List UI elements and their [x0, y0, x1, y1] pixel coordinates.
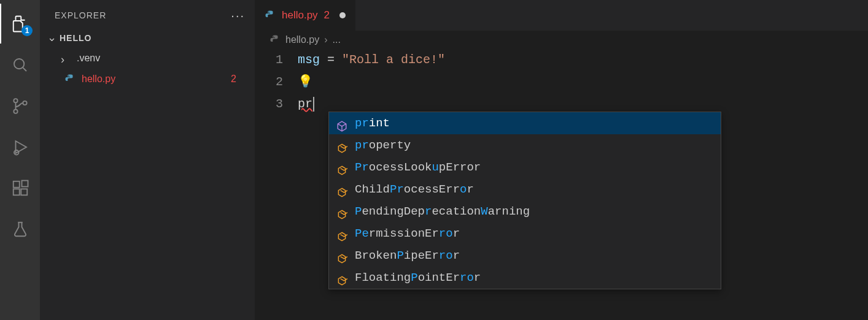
- class-icon: [336, 228, 347, 239]
- autocomplete-popup: printpropertyProcessLookupErrorChildProc…: [328, 112, 721, 289]
- class-icon: [336, 206, 347, 217]
- code-line-1: msg = "Roll a dice!": [298, 49, 868, 71]
- line-number-gutter: 1 2 3: [261, 49, 298, 115]
- folder-name: HELLO: [60, 33, 91, 43]
- svg-point-1: [14, 99, 17, 102]
- sidebar-more-icon[interactable]: ···: [231, 9, 245, 23]
- tab-label: hello.py: [282, 9, 318, 21]
- extensions-icon[interactable]: [0, 168, 40, 208]
- dirty-indicator-icon: [339, 12, 346, 18]
- autocomplete-label: FloatingPointError: [355, 267, 481, 289]
- svg-rect-8: [21, 180, 28, 186]
- svg-rect-5: [13, 181, 19, 187]
- source-control-icon[interactable]: [0, 86, 40, 126]
- explorer-icon[interactable]: 1: [0, 4, 40, 44]
- python-file-icon: [269, 34, 281, 45]
- code-line-2: 💡: [298, 71, 868, 93]
- svg-rect-6: [13, 189, 19, 195]
- search-icon[interactable]: [0, 45, 40, 85]
- chevron-down-icon: [47, 33, 57, 43]
- autocomplete-item[interactable]: ChildProcessError: [329, 178, 721, 200]
- tree-item-label: .venv: [77, 53, 100, 64]
- autocomplete-label: print: [355, 112, 390, 134]
- autocomplete-item[interactable]: PendingDeprecationWarning: [329, 200, 721, 223]
- autocomplete-label: PermissionError: [355, 223, 460, 245]
- autocomplete-item[interactable]: PermissionError: [329, 223, 721, 245]
- svg-point-3: [23, 101, 26, 104]
- class-icon: [336, 162, 347, 173]
- breadcrumb[interactable]: hello.py › ...: [255, 31, 868, 49]
- tree-folder-venv[interactable]: .venv: [40, 48, 255, 69]
- class-icon: [336, 184, 347, 195]
- method-icon: [336, 118, 347, 129]
- sidebar: EXPLORER ··· HELLO .venv hello.py 2: [40, 0, 255, 320]
- autocomplete-item[interactable]: BrokenPipeError: [329, 245, 721, 267]
- autocomplete-item[interactable]: property: [329, 134, 721, 156]
- tree-file-hello[interactable]: hello.py 2: [40, 69, 255, 90]
- breadcrumb-rest: ...: [332, 34, 340, 45]
- breadcrumb-separator: ›: [324, 34, 327, 45]
- error-count: 2: [231, 74, 249, 85]
- folder-header[interactable]: HELLO: [40, 31, 255, 45]
- autocomplete-item[interactable]: ProcessLookupError: [329, 156, 721, 178]
- svg-point-0: [14, 59, 24, 69]
- chevron-right-icon: [61, 53, 71, 63]
- code-editor[interactable]: 1 2 3 msg = "Roll a dice!" 💡 pr printpro…: [255, 49, 868, 115]
- activity-bar: 1: [0, 0, 40, 320]
- python-file-icon: [265, 10, 276, 21]
- autocomplete-item[interactable]: FloatingPointError: [329, 267, 721, 289]
- autocomplete-label: ProcessLookupError: [355, 156, 481, 178]
- run-debug-icon[interactable]: [0, 127, 40, 167]
- class-icon: [336, 272, 347, 283]
- file-tree: .venv hello.py 2: [40, 45, 255, 90]
- testing-icon[interactable]: [0, 209, 40, 249]
- autocomplete-label: PendingDeprecationWarning: [355, 200, 530, 223]
- sidebar-title: EXPLORER: [55, 10, 106, 20]
- tab-bar: hello.py 2: [255, 0, 868, 31]
- class-icon: [336, 140, 347, 151]
- autocomplete-label: ChildProcessError: [355, 178, 474, 200]
- tab-hello[interactable]: hello.py 2: [255, 0, 356, 31]
- explorer-badge: 1: [21, 25, 33, 36]
- text-cursor: [313, 97, 314, 112]
- tree-item-label: hello.py: [82, 74, 115, 85]
- line-number: 1: [261, 49, 283, 71]
- svg-point-2: [14, 109, 17, 113]
- autocomplete-label: BrokenPipeError: [355, 245, 460, 267]
- lightbulb-icon[interactable]: 💡: [298, 75, 313, 89]
- autocomplete-item[interactable]: print: [329, 112, 721, 134]
- editor-area: hello.py 2 hello.py › ... 1 2 3 msg = "R…: [255, 0, 868, 320]
- svg-rect-7: [21, 189, 27, 195]
- tab-error-count: 2: [324, 9, 330, 21]
- line-number: 2: [261, 71, 283, 93]
- class-icon: [336, 250, 347, 261]
- line-number: 3: [261, 93, 283, 115]
- autocomplete-label: property: [355, 134, 411, 156]
- breadcrumb-file: hello.py: [285, 34, 319, 45]
- python-file-icon: [64, 74, 76, 85]
